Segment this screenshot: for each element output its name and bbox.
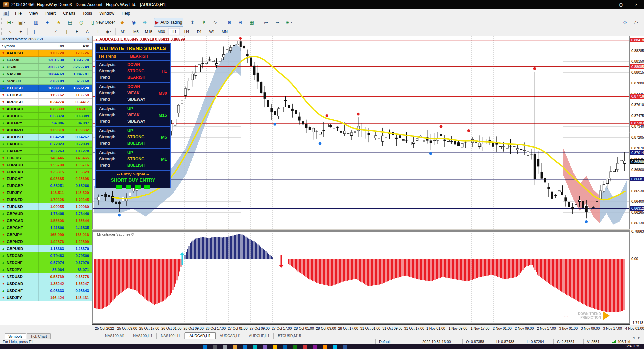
trendline-button[interactable]: ∕ [51, 28, 61, 35]
symbol-row-nas100[interactable]: ▲NAS10010844.6910845.81 [0, 71, 92, 78]
symbol-row-ger30[interactable]: ▲GER3013616.3013617.70 [0, 57, 92, 64]
indicator-list-button[interactable]: ↥ [187, 18, 198, 27]
crosshair-button[interactable]: + [16, 28, 26, 35]
symbol-row-cadjpy[interactable]: ▲CADJPY108.263108.278 [0, 148, 92, 155]
timeframe-mn-button[interactable]: MN [219, 28, 231, 35]
mw-tab-tick-chart[interactable]: Tick Chart [27, 333, 51, 339]
navigator-button[interactable]: ★ [53, 18, 64, 27]
symbol-row-gbpchf[interactable]: ▲GBPCHF1.118061.11835 [0, 224, 92, 231]
symbol-row-nzdcad[interactable]: ▲NZDCAD0.794830.79500 [0, 252, 92, 259]
taskbar-app-icon[interactable] [253, 345, 257, 349]
minimize-button[interactable]: — [598, 0, 613, 9]
autotrading-button[interactable]: ▶AutoTrading [154, 18, 184, 27]
mw-tab-symbols[interactable]: Symbols [5, 333, 26, 339]
menu-charts[interactable]: Charts [59, 10, 79, 17]
dropdown-arrow-icon[interactable]: ▾ [12, 21, 13, 24]
new-order-button[interactable]: ▯New Order [90, 18, 116, 27]
toolbar-drag-handle[interactable] [1, 18, 4, 26]
symbol-row-btcusd[interactable]: ▲BTCUSD16589.7316632.28 [0, 85, 92, 92]
column-header-bid[interactable]: Bid [38, 44, 66, 48]
chart-tab-2-nas100-h1[interactable]: NAS100,H1 [157, 333, 184, 339]
symbol-row-eurusd[interactable]: ▼EURUSD1.000551.00060 [0, 203, 92, 210]
symbol-row-eurjpy[interactable]: ▼EURJPY146.511146.520 [0, 189, 92, 196]
symbol-row-nzdchf[interactable]: ▲NZDCHF0.579740.57979 [0, 259, 92, 266]
symbol-row-gbpaud[interactable]: ▲GBPAUD1.764081.76440 [0, 210, 92, 217]
close-button[interactable]: × [629, 0, 644, 9]
indicator-add-button[interactable]: ↟ [198, 18, 209, 27]
taskbar-app-icon[interactable] [273, 345, 277, 349]
menu-view[interactable]: View [25, 10, 42, 17]
edit-button[interactable]: ∕▾ [631, 18, 642, 27]
time-axis[interactable]: 25 Oct 202225 Oct 09:0025 Oct 17:0026 Oc… [92, 325, 644, 332]
timeframe-w1-button[interactable]: W1 [206, 28, 218, 35]
taskbar-app-icon[interactable] [323, 345, 327, 349]
taskbar-app-icon[interactable] [333, 345, 337, 349]
chart-tab-5-audchf-h1[interactable]: AUDCHF,H1 [245, 333, 274, 339]
symbol-row-xrpusd[interactable]: ▼XRPUSD0.342740.34417 [0, 99, 92, 106]
chart-tab-6-btcusd-m15[interactable]: BTCUSD,M15 [274, 333, 305, 339]
timeframe-m30-button[interactable]: M30 [155, 28, 167, 35]
status-profile[interactable]: Default [375, 339, 419, 344]
auto-scroll-button[interactable]: ⇥ [272, 18, 283, 27]
symbol-row-audchf[interactable]: ▲AUDCHF0.633740.63389 [0, 113, 92, 120]
shapes-button[interactable]: ◆▾ [104, 28, 114, 35]
symbol-row-eurgbp[interactable]: ▲EURGBP0.882510.88266 [0, 182, 92, 189]
taskbar-app-icon[interactable] [203, 345, 207, 349]
symbol-row-gbpnzd[interactable]: ▼GBPNZD1.928761.92899 [0, 238, 92, 245]
horizontal-line-button[interactable]: — [40, 28, 50, 35]
symbol-row-eurcad[interactable]: ▼EURCAD1.353151.35329 [0, 169, 92, 175]
symbol-row-audjpy[interactable]: ▲AUDJPY94.08694.097 [0, 120, 92, 127]
menu-help[interactable]: Help [118, 10, 134, 17]
symbol-row-nzdjpy[interactable]: ▲NZDJPY86.06486.071 [0, 266, 92, 273]
zoom-out-button[interactable]: ⊖ [235, 18, 246, 27]
shape-button[interactable]: ◆ [117, 18, 128, 27]
chart-tab-0-nas100-m1[interactable]: NAS100,M1 [101, 333, 129, 339]
dropdown-arrow-icon[interactable]: ▾ [291, 21, 292, 24]
symbol-row-us30[interactable]: ▲US3032663.5232665.49 [0, 64, 92, 71]
symbol-row-ethusd[interactable]: ▼ETHUSD1153.621156.58 [0, 92, 92, 99]
label-button[interactable]: T [93, 28, 103, 35]
market-watch-close-icon[interactable]: × [86, 37, 91, 41]
taskbar-app-icon[interactable] [243, 345, 247, 349]
taskbar-app-icon[interactable] [223, 345, 227, 349]
new-chart-button[interactable]: ⊞▾ [5, 18, 16, 27]
taskbar-app-icon[interactable] [233, 345, 237, 349]
symbol-row-nzdusd[interactable]: ▼NZDUSD0.587690.58778 [0, 273, 92, 280]
new-window-button[interactable]: ⊞▾ [283, 18, 294, 27]
chart-tab-4-audcad-h1[interactable]: AUDCAD,H1 [216, 333, 245, 339]
symbol-row-eurnzd[interactable]: ▼EURNZD1.702281.70245 [0, 196, 92, 203]
cursor-button[interactable]: ↖ [5, 28, 15, 35]
symbol-row-xauusd[interactable]: ▼XAUUSD1706.201706.26 [0, 50, 92, 57]
timeframe-m5-button[interactable]: M5 [130, 28, 142, 35]
channel-button[interactable]: ∥ [61, 28, 71, 35]
taskbar-app-icon[interactable] [213, 345, 217, 349]
dropdown-arrow-icon[interactable]: ▾ [24, 21, 25, 24]
menu-insert[interactable]: Insert [42, 10, 59, 17]
menu-tools[interactable]: Tools [79, 10, 96, 17]
symbol-row-spx500[interactable]: ▲SPX5003768.093768.68 [0, 78, 92, 85]
dropdown-arrow-icon[interactable]: ▾ [637, 21, 638, 24]
vertical-line-button[interactable]: | [29, 28, 39, 35]
profiles-button[interactable]: ▣▾ [16, 18, 27, 27]
maximize-button[interactable]: ▢ [613, 0, 629, 9]
symbol-row-audnzd[interactable]: ▼AUDNZD1.093181.09332 [0, 127, 92, 134]
chart-tab-1-nas100-h1[interactable]: NAS100,H1 [129, 333, 157, 339]
zoom-in-button[interactable]: ⊕ [224, 18, 235, 27]
timeframe-d1-button[interactable]: D1 [193, 28, 205, 35]
taskbar-app-icon[interactable] [303, 345, 307, 349]
text-button[interactable]: A [82, 28, 92, 35]
objects-curve-button[interactable]: ∿ [210, 18, 220, 27]
column-header-symbol[interactable]: Symbol [0, 44, 38, 48]
symbol-row-cadchf[interactable]: ▲CADCHF0.729230.72939 [0, 141, 92, 148]
market-watch-button[interactable]: ▥ [31, 18, 41, 27]
search-button[interactable]: ⊙ [620, 18, 630, 27]
taskbar-app-icon[interactable] [263, 345, 267, 349]
symbol-row-audusd[interactable]: ▲AUDUSD0.642580.64267 [0, 134, 92, 141]
experts-button[interactable]: ◉ [128, 18, 139, 27]
symbol-row-eurchf[interactable]: ▼EURCHF0.986850.98698 [0, 175, 92, 182]
symbol-row-euraud[interactable]: ▼EURAUD1.557001.55716 [0, 162, 92, 169]
symbol-row-usdchf[interactable]: ▲USDCHF0.986330.98643 [0, 287, 92, 294]
toolbar-drag-handle[interactable] [1, 28, 4, 35]
timeframe-m1-button[interactable]: M1 [117, 28, 129, 35]
menu-window[interactable]: Window [96, 10, 118, 17]
